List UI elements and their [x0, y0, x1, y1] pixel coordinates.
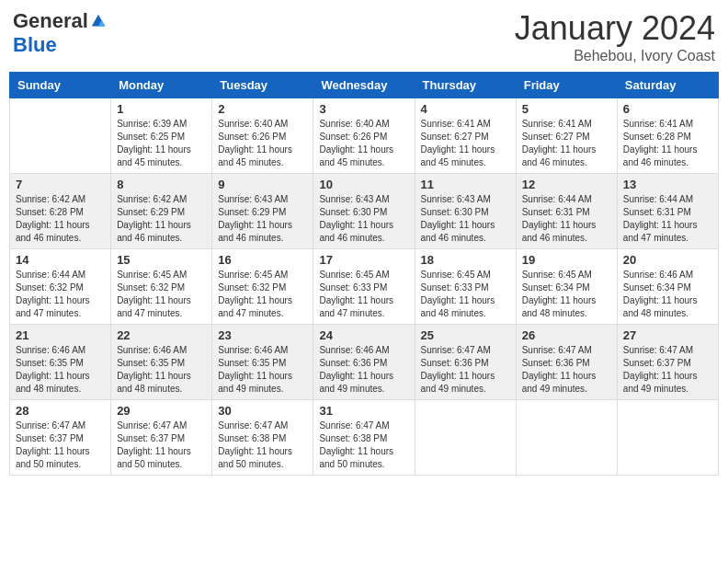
day-info: Sunrise: 6:41 AMSunset: 6:28 PMDaylight:… [623, 118, 712, 169]
day-number: 29 [117, 404, 206, 418]
table-row: 15Sunrise: 6:45 AMSunset: 6:32 PMDayligh… [111, 249, 212, 325]
table-row: 23Sunrise: 6:46 AMSunset: 6:35 PMDayligh… [212, 325, 313, 400]
day-info: Sunrise: 6:44 AMSunset: 6:31 PMDaylight:… [522, 193, 611, 245]
page-header: General Blue January 2024 Behebou, Ivory… [9, 9, 719, 64]
day-info: Sunrise: 6:43 AMSunset: 6:30 PMDaylight:… [319, 193, 408, 245]
logo-general-text: General [13, 9, 88, 33]
day-info: Sunrise: 6:43 AMSunset: 6:30 PMDaylight:… [421, 193, 510, 245]
day-info: Sunrise: 6:44 AMSunset: 6:31 PMDaylight:… [623, 193, 712, 245]
table-row: 24Sunrise: 6:46 AMSunset: 6:36 PMDayligh… [313, 325, 415, 400]
day-number: 31 [319, 404, 408, 418]
day-number: 11 [421, 178, 510, 191]
day-number: 8 [117, 178, 206, 191]
table-row [516, 400, 617, 476]
day-info: Sunrise: 6:45 AMSunset: 6:32 PMDaylight:… [218, 269, 307, 320]
location-subtitle: Behebou, Ivory Coast [515, 48, 715, 64]
day-info: Sunrise: 6:46 AMSunset: 6:35 PMDaylight:… [218, 344, 307, 396]
day-number: 26 [522, 328, 611, 342]
day-number: 12 [522, 178, 611, 191]
calendar-week-row: 14Sunrise: 6:44 AMSunset: 6:32 PMDayligh… [10, 249, 719, 325]
table-row: 21Sunrise: 6:46 AMSunset: 6:35 PMDayligh… [10, 325, 111, 400]
table-row: 17Sunrise: 6:45 AMSunset: 6:33 PMDayligh… [313, 249, 415, 325]
day-number: 19 [522, 253, 611, 267]
table-row: 30Sunrise: 6:47 AMSunset: 6:38 PMDayligh… [212, 400, 313, 476]
table-row: 28Sunrise: 6:47 AMSunset: 6:37 PMDayligh… [10, 400, 111, 476]
table-row: 14Sunrise: 6:44 AMSunset: 6:32 PMDayligh… [10, 249, 111, 325]
day-number: 15 [117, 253, 206, 267]
day-number: 10 [319, 178, 408, 191]
day-number: 18 [421, 253, 510, 267]
day-number: 14 [16, 253, 105, 267]
month-title: January 2024 [515, 9, 715, 48]
day-info: Sunrise: 6:46 AMSunset: 6:35 PMDaylight:… [16, 344, 105, 396]
header-sunday: Sunday [10, 73, 111, 98]
table-row: 25Sunrise: 6:47 AMSunset: 6:36 PMDayligh… [415, 325, 516, 400]
title-section: January 2024 Behebou, Ivory Coast [515, 9, 715, 64]
calendar-header-row: Sunday Monday Tuesday Wednesday Thursday… [10, 73, 719, 98]
table-row: 18Sunrise: 6:45 AMSunset: 6:33 PMDayligh… [415, 249, 516, 325]
day-info: Sunrise: 6:45 AMSunset: 6:33 PMDaylight:… [421, 269, 510, 320]
day-number: 5 [522, 102, 611, 116]
calendar-week-row: 28Sunrise: 6:47 AMSunset: 6:37 PMDayligh… [10, 400, 719, 476]
day-info: Sunrise: 6:40 AMSunset: 6:26 PMDaylight:… [218, 118, 307, 169]
day-info: Sunrise: 6:47 AMSunset: 6:38 PMDaylight:… [218, 419, 307, 471]
table-row: 27Sunrise: 6:47 AMSunset: 6:37 PMDayligh… [617, 325, 718, 400]
table-row: 4Sunrise: 6:41 AMSunset: 6:27 PMDaylight… [415, 98, 516, 174]
day-info: Sunrise: 6:47 AMSunset: 6:36 PMDaylight:… [522, 344, 611, 396]
header-saturday: Saturday [617, 73, 718, 98]
table-row: 19Sunrise: 6:45 AMSunset: 6:34 PMDayligh… [516, 249, 617, 325]
table-row: 9Sunrise: 6:43 AMSunset: 6:29 PMDaylight… [212, 174, 313, 249]
table-row: 22Sunrise: 6:46 AMSunset: 6:35 PMDayligh… [111, 325, 212, 400]
day-info: Sunrise: 6:47 AMSunset: 6:37 PMDaylight:… [16, 419, 105, 471]
table-row: 12Sunrise: 6:44 AMSunset: 6:31 PMDayligh… [516, 174, 617, 249]
table-row: 6Sunrise: 6:41 AMSunset: 6:28 PMDaylight… [617, 98, 718, 174]
table-row: 26Sunrise: 6:47 AMSunset: 6:36 PMDayligh… [516, 325, 617, 400]
logo-blue-text: Blue [13, 33, 57, 57]
day-info: Sunrise: 6:45 AMSunset: 6:33 PMDaylight:… [319, 269, 408, 320]
day-info: Sunrise: 6:39 AMSunset: 6:25 PMDaylight:… [117, 118, 206, 169]
day-info: Sunrise: 6:47 AMSunset: 6:37 PMDaylight:… [623, 344, 712, 396]
day-info: Sunrise: 6:47 AMSunset: 6:36 PMDaylight:… [421, 344, 510, 396]
table-row: 3Sunrise: 6:40 AMSunset: 6:26 PMDaylight… [313, 98, 415, 174]
day-info: Sunrise: 6:45 AMSunset: 6:32 PMDaylight:… [117, 269, 206, 320]
calendar-week-row: 1Sunrise: 6:39 AMSunset: 6:25 PMDaylight… [10, 98, 719, 174]
day-info: Sunrise: 6:47 AMSunset: 6:37 PMDaylight:… [117, 419, 206, 471]
day-number: 21 [16, 328, 105, 342]
table-row: 16Sunrise: 6:45 AMSunset: 6:32 PMDayligh… [212, 249, 313, 325]
table-row: 11Sunrise: 6:43 AMSunset: 6:30 PMDayligh… [415, 174, 516, 249]
header-thursday: Thursday [415, 73, 516, 98]
day-number: 23 [218, 328, 307, 342]
table-row: 1Sunrise: 6:39 AMSunset: 6:25 PMDaylight… [111, 98, 212, 174]
day-number: 20 [623, 253, 712, 267]
table-row [415, 400, 516, 476]
header-wednesday: Wednesday [313, 73, 415, 98]
day-info: Sunrise: 6:46 AMSunset: 6:34 PMDaylight:… [623, 269, 712, 320]
calendar-table: Sunday Monday Tuesday Wednesday Thursday… [9, 72, 719, 476]
table-row [617, 400, 718, 476]
day-info: Sunrise: 6:47 AMSunset: 6:38 PMDaylight:… [319, 419, 408, 471]
header-tuesday: Tuesday [212, 73, 313, 98]
table-row: 5Sunrise: 6:41 AMSunset: 6:27 PMDaylight… [516, 98, 617, 174]
day-number: 16 [218, 253, 307, 267]
day-info: Sunrise: 6:46 AMSunset: 6:36 PMDaylight:… [319, 344, 408, 396]
table-row [10, 98, 111, 174]
day-number: 30 [218, 404, 307, 418]
day-info: Sunrise: 6:40 AMSunset: 6:26 PMDaylight:… [319, 118, 408, 169]
day-info: Sunrise: 6:42 AMSunset: 6:28 PMDaylight:… [16, 193, 105, 245]
day-number: 27 [623, 328, 712, 342]
table-row: 29Sunrise: 6:47 AMSunset: 6:37 PMDayligh… [111, 400, 212, 476]
day-number: 22 [117, 328, 206, 342]
day-info: Sunrise: 6:41 AMSunset: 6:27 PMDaylight:… [421, 118, 510, 169]
table-row: 10Sunrise: 6:43 AMSunset: 6:30 PMDayligh… [313, 174, 415, 249]
calendar-week-row: 7Sunrise: 6:42 AMSunset: 6:28 PMDaylight… [10, 174, 719, 249]
logo: General Blue [13, 9, 107, 57]
day-info: Sunrise: 6:45 AMSunset: 6:34 PMDaylight:… [522, 269, 611, 320]
day-number: 25 [421, 328, 510, 342]
day-number: 13 [623, 178, 712, 191]
day-info: Sunrise: 6:41 AMSunset: 6:27 PMDaylight:… [522, 118, 611, 169]
table-row: 7Sunrise: 6:42 AMSunset: 6:28 PMDaylight… [10, 174, 111, 249]
day-number: 2 [218, 102, 307, 116]
day-number: 7 [16, 178, 105, 191]
day-number: 17 [319, 253, 408, 267]
day-info: Sunrise: 6:43 AMSunset: 6:29 PMDaylight:… [218, 193, 307, 245]
